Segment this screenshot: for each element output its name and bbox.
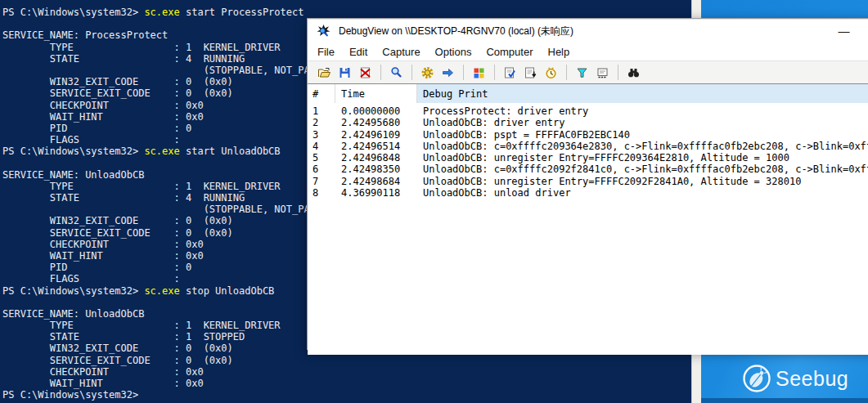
save-icon[interactable] [338,66,352,79]
menu-computer[interactable]: Computer [479,46,540,58]
menu-edit[interactable]: Edit [342,46,375,58]
menu-capture[interactable]: Capture [375,46,427,58]
banner-bottom-strip [701,398,868,403]
menu-file[interactable]: File [310,46,342,58]
column-header-time[interactable]: Time [335,84,417,103]
toolbar-separator [494,65,495,80]
debugview-window: DebugView on \\DESKTOP-4RGNV70 (local) (… [307,18,868,350]
open-icon[interactable] [317,66,331,79]
powershell-output: PS C:\Windows\system32> sc.exe start Pro… [2,7,352,401]
minimize-button[interactable]: — [825,20,862,43]
toolbar [308,61,868,84]
log-row[interactable]: 52.42496848UnloadObCB: unregister Entry=… [308,152,868,163]
debugview-app-icon [317,25,331,38]
clock-time-icon[interactable] [544,66,558,79]
column-headers: # Time Debug Print [308,84,868,103]
powershell-console[interactable]: PS C:\Windows\system32> sc.exe start Pro… [0,0,352,403]
capture-kernel-gear-icon[interactable] [421,66,434,79]
log-row[interactable]: 10.00000000ProcessProtect: driver entry [308,105,868,117]
log-comment-icon[interactable] [503,66,517,79]
log-row[interactable]: 62.42498350UnloadObCB: c=0xffffc2092f284… [308,163,868,175]
log-row[interactable]: 84.36990118UnloadObCB: unload driver [308,187,868,199]
debugview-titlebar[interactable]: DebugView on \\DESKTOP-4RGNV70 (local) (… [308,19,868,43]
column-header-num[interactable]: # [308,84,335,103]
log-row[interactable]: 22.42495680UnloadObCB: driver entry [308,117,868,128]
seebug-bug-icon [744,366,770,392]
log-rows: 10.00000000ProcessProtect: driver entry2… [308,103,868,355]
find-binoculars-icon[interactable] [627,66,641,79]
seebug-brand-text: Seebug [776,367,848,390]
toolbar-separator [618,65,618,80]
capture-win32-windows-icon[interactable] [472,66,486,79]
toolbar-separator [412,65,412,80]
window-title: DebugView on \\DESKTOP-4RGNV70 (local) (… [339,25,573,38]
autoscroll-icon[interactable] [524,66,537,79]
toolbar-separator [566,65,567,80]
column-header-debug-print[interactable]: Debug Print [417,84,868,103]
menu-options[interactable]: Options [428,46,479,58]
log-row[interactable]: 72.42498684UnloadObCB: unregister Entry=… [308,176,868,187]
highlight-icon[interactable] [596,66,609,79]
log-row[interactable]: 42.42496514UnloadObCB: c=0xffffc209364e2… [308,141,868,152]
filter-funnel-icon[interactable] [575,66,589,79]
passthrough-arrow-icon[interactable] [441,66,455,79]
seebug-logo: Seebug [741,361,862,396]
log-row[interactable]: 32.42496109UnloadObCB: pspt = FFFFAC0FB2… [308,129,868,141]
toolbar-separator [380,65,381,80]
menu-help[interactable]: Help [541,46,578,58]
clear-display-icon[interactable] [358,66,372,79]
capture-magnifier-icon[interactable] [389,66,403,79]
menu-bar: FileEditCaptureOptionsComputerHelp [308,43,868,61]
toolbar-separator [463,65,464,80]
